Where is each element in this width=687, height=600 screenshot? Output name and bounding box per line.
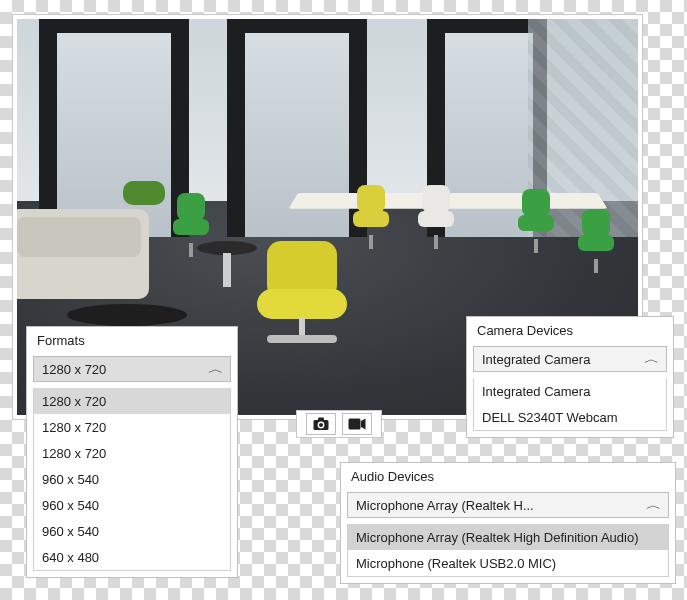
audio-combo[interactable]: Microphone Array (Realtek H... ︿ — [347, 492, 669, 518]
camera-option[interactable]: Integrated Camera — [474, 378, 666, 404]
audio-list: Microphone Array (Realtek High Definitio… — [347, 524, 669, 577]
audio-devices-panel: Audio Devices Microphone Array (Realtek … — [340, 462, 676, 584]
formats-panel: Formats 1280 x 720 ︿ 1280 x 720 1280 x 7… — [26, 326, 238, 578]
camera-option[interactable]: DELL S2340T Webcam — [474, 404, 666, 430]
svg-point-3 — [319, 423, 323, 427]
camera-combo-value: Integrated Camera — [482, 352, 590, 367]
chevron-up-icon: ︿ — [208, 361, 224, 378]
audio-combo-value: Microphone Array (Realtek H... — [356, 498, 534, 513]
audio-devices-title: Audio Devices — [341, 463, 675, 488]
formats-option[interactable]: 960 x 540 — [34, 492, 230, 518]
formats-title: Formats — [27, 327, 237, 352]
formats-option[interactable]: 960 x 540 — [34, 466, 230, 492]
camera-devices-title: Camera Devices — [467, 317, 673, 342]
camera-list: Integrated Camera DELL S2340T Webcam — [473, 378, 667, 431]
audio-option[interactable]: Microphone (Realtek USB2.0 MIC) — [348, 550, 668, 576]
chevron-up-icon: ︿ — [644, 351, 660, 368]
capture-toolbar — [296, 410, 382, 438]
chevron-up-icon: ︿ — [646, 497, 662, 514]
camera-combo[interactable]: Integrated Camera ︿ — [473, 346, 667, 372]
formats-option[interactable]: 640 x 480 — [34, 544, 230, 570]
video-icon — [348, 418, 366, 430]
formats-option[interactable]: 1280 x 720 — [34, 414, 230, 440]
formats-list: 1280 x 720 1280 x 720 1280 x 720 960 x 5… — [33, 388, 231, 571]
formats-option[interactable]: 960 x 540 — [34, 518, 230, 544]
camera-icon — [313, 417, 329, 431]
svg-rect-4 — [349, 419, 361, 430]
formats-combo-value: 1280 x 720 — [42, 362, 106, 377]
formats-combo[interactable]: 1280 x 720 ︿ — [33, 356, 231, 382]
audio-option[interactable]: Microphone Array (Realtek High Definitio… — [348, 524, 668, 550]
camera-devices-panel: Camera Devices Integrated Camera ︿ Integ… — [466, 316, 674, 438]
svg-rect-1 — [318, 418, 324, 421]
formats-option[interactable]: 1280 x 720 — [34, 440, 230, 466]
record-video-button[interactable] — [342, 413, 372, 435]
formats-option[interactable]: 1280 x 720 — [34, 388, 230, 414]
take-photo-button[interactable] — [306, 413, 336, 435]
